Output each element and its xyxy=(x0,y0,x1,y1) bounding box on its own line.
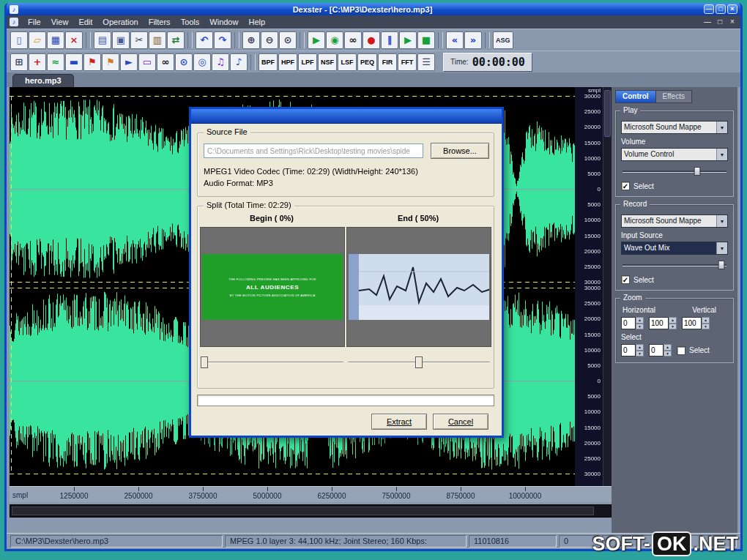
volume-device-select[interactable]: Volume Control ▼ xyxy=(621,148,728,161)
zoom-v-spinner[interactable]: 100 ▲▼ xyxy=(682,317,710,329)
play-select-checkbox[interactable]: ✓ xyxy=(621,182,630,190)
mix-button[interactable]: ⇄ xyxy=(167,31,185,49)
undo-button[interactable]: ↶ xyxy=(196,31,213,49)
menu-item-view[interactable]: View xyxy=(46,17,74,27)
menu-item-operation[interactable]: Operation xyxy=(97,17,143,27)
chevron-down-icon[interactable]: ▼ xyxy=(716,215,727,227)
record-select-checkbox[interactable]: ✓ xyxy=(621,275,630,284)
select-start-spinner[interactable]: 0 ▲▼ xyxy=(621,344,644,356)
envelope-button[interactable]: ▭ xyxy=(138,53,156,71)
filter-hpf-button[interactable]: HPF xyxy=(278,53,297,71)
id3-tag-button[interactable]: ♫ xyxy=(212,53,229,71)
menu-item-tools[interactable]: Tools xyxy=(176,17,205,27)
menu-item-filters[interactable]: Filters xyxy=(144,17,176,27)
mdi-restore-button[interactable]: □ xyxy=(715,18,725,27)
maximize-button[interactable]: □ xyxy=(716,4,726,14)
vertical-scrollbar[interactable] xyxy=(603,87,612,486)
menu-item-edit[interactable]: Edit xyxy=(73,17,97,27)
cut-button[interactable]: ✂ xyxy=(130,31,148,49)
extract-button[interactable]: Extract xyxy=(371,414,427,430)
filter-lsf-button[interactable]: LSF xyxy=(338,53,357,71)
spin-up-icon[interactable]: ▲ xyxy=(636,344,644,351)
tab-hero-mp3[interactable]: hero.mp3 xyxy=(12,74,74,87)
chevron-down-icon[interactable]: ▼ xyxy=(716,149,727,160)
pause-button[interactable]: ‖ xyxy=(381,31,398,49)
seek-start-button[interactable]: « xyxy=(446,31,464,49)
maximize-view-button[interactable]: ⊞ xyxy=(10,53,28,71)
flag-start-button[interactable]: ⚑ xyxy=(83,53,101,71)
seek-end-button[interactable]: » xyxy=(464,31,482,49)
zoom-in-button[interactable]: ⊕ xyxy=(242,31,260,49)
filter-peq-button[interactable]: PEQ xyxy=(357,53,377,71)
menu-item-file[interactable]: File xyxy=(23,17,46,27)
source-path-input[interactable] xyxy=(204,143,423,158)
tab-control[interactable]: Control xyxy=(615,90,656,103)
spin-down-icon[interactable]: ▼ xyxy=(636,324,644,330)
spin-down-icon[interactable]: ▼ xyxy=(669,324,677,330)
play-button[interactable]: ▶ xyxy=(308,31,325,49)
chevron-down-icon[interactable]: ▼ xyxy=(716,122,727,133)
spin-up-icon[interactable]: ▲ xyxy=(636,317,644,324)
vertical-scrollbar-thumb[interactable] xyxy=(604,90,611,137)
stop-button[interactable]: ■ xyxy=(417,31,435,49)
close-file-button[interactable]: × xyxy=(65,31,83,49)
spin-up-icon[interactable]: ▲ xyxy=(669,317,677,324)
zoom-selection-button[interactable]: ⊙ xyxy=(279,31,297,49)
slider-thumb[interactable] xyxy=(694,167,701,176)
end-slider[interactable] xyxy=(346,356,491,369)
filter-lpf-button[interactable]: LPF xyxy=(298,53,317,71)
paste-button[interactable]: ▥ xyxy=(149,31,166,49)
slider-thumb[interactable] xyxy=(415,356,423,368)
filter-bpf-button[interactable]: BPF xyxy=(259,53,278,71)
goto-marker-button[interactable]: ► xyxy=(120,53,138,71)
spin-up-icon[interactable]: ▲ xyxy=(664,344,672,351)
spin-down-icon[interactable]: ▼ xyxy=(636,351,644,357)
menu-item-help[interactable]: Help xyxy=(243,17,270,27)
play-device-select[interactable]: Microsoft Sound Mappe ▼ xyxy=(621,121,728,134)
horizontal-scrollbar-thumb[interactable] xyxy=(12,507,594,515)
record-button[interactable]: ● xyxy=(363,31,380,49)
chevron-down-icon[interactable]: ▼ xyxy=(716,242,727,254)
play-selection-button[interactable]: ▶ xyxy=(399,31,417,49)
horizontal-scrollbar[interactable] xyxy=(10,504,612,518)
zoom-select-checkbox[interactable] xyxy=(677,346,685,355)
copy-button[interactable]: ▣ xyxy=(112,31,130,49)
filter-fft-button[interactable]: FFT xyxy=(398,53,417,71)
asg-button[interactable]: ASG xyxy=(493,31,513,49)
save-file-button[interactable]: ▦ xyxy=(47,31,64,49)
tab-effects[interactable]: Effects xyxy=(656,90,692,103)
spin-down-icon[interactable]: ▼ xyxy=(664,351,672,357)
zoom-h-offset-spinner[interactable]: 0 ▲▼ xyxy=(621,317,644,329)
play-all-button[interactable]: ◉ xyxy=(326,31,343,49)
cue-a-button[interactable]: ⊙ xyxy=(175,53,193,71)
input-source-select[interactable]: Wave Out Mix ▼ xyxy=(621,242,728,255)
batch-convert-button[interactable]: ▤ xyxy=(94,31,111,49)
open-file-button[interactable]: ▱ xyxy=(29,31,46,49)
filter-nsf-button[interactable]: NSF xyxy=(318,53,337,71)
flag-end-button[interactable]: ⚑ xyxy=(102,53,119,71)
zoom-out-button[interactable]: ⊖ xyxy=(261,31,278,49)
titlebar[interactable]: ♪ Dexster - [C:\MP3\Dexster\hero.mp3] —□… xyxy=(7,3,740,15)
cancel-button[interactable]: Cancel xyxy=(433,414,488,430)
equalizer-button[interactable]: ☰ xyxy=(417,53,435,71)
add-marker-button[interactable]: + xyxy=(29,53,46,71)
slider-thumb[interactable] xyxy=(718,261,724,269)
begin-slider[interactable] xyxy=(200,356,345,369)
media-info-button[interactable]: ♪ xyxy=(230,53,248,71)
browse-button[interactable]: Browse... xyxy=(431,143,489,159)
record-device-select[interactable]: Microsoft Sound Mappe ▼ xyxy=(621,214,728,228)
timeline-ruler[interactable]: smpl 12500002500000375000050000006250000… xyxy=(10,486,612,502)
new-file-button[interactable]: ▯ xyxy=(10,31,28,49)
spin-down-icon[interactable]: ▼ xyxy=(702,324,710,330)
mdi-minimize-button[interactable]: — xyxy=(702,18,713,27)
baseline-button[interactable]: ▬ xyxy=(65,53,83,71)
spin-up-icon[interactable]: ▲ xyxy=(702,317,710,324)
loop-selection-button[interactable]: ∞ xyxy=(157,53,174,71)
zoom-h-spinner[interactable]: 100 ▲▼ xyxy=(649,317,677,329)
waveform-stats-button[interactable]: ≈ xyxy=(47,53,64,71)
slider-thumb[interactable] xyxy=(201,356,208,368)
filter-fir-button[interactable]: FIR xyxy=(378,53,397,71)
loop-button[interactable]: ∞ xyxy=(344,31,362,49)
record-volume-slider[interactable] xyxy=(622,260,726,270)
play-volume-slider[interactable] xyxy=(622,166,726,176)
